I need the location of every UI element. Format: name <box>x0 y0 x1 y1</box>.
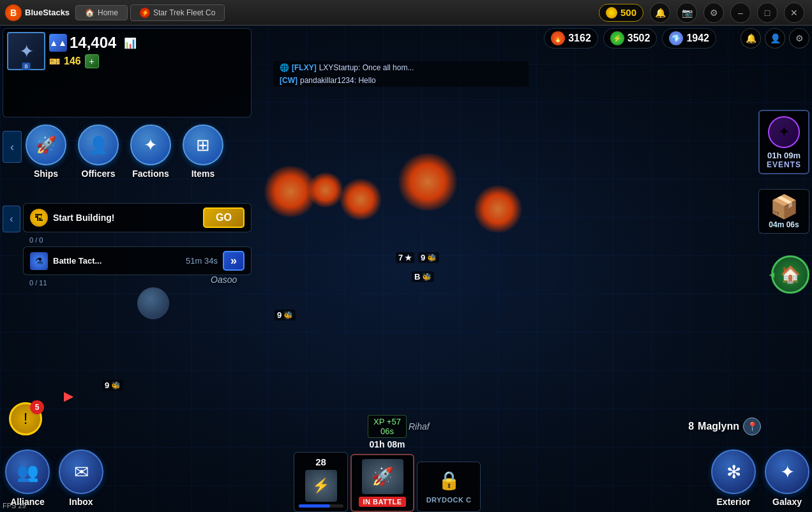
tritanium-resource: ⚡ 3502 <box>603 28 658 49</box>
top-right-icons: 🔔 👤 ⚙ <box>741 28 809 49</box>
settings-icon[interactable]: ⚙ <box>703 3 724 23</box>
inbox-label: Inbox <box>69 497 93 507</box>
officers-icon: 👤 <box>78 124 119 165</box>
in-battle-slot[interactable]: 🚀 IN BATTLE <box>350 454 414 512</box>
ship-count: 28 <box>315 456 326 467</box>
nav-icons: 🚀 Ships 👤 Officers ✦ Factions ⊞ Items <box>26 124 223 179</box>
location-display: 8 Maglynn 📍 <box>688 418 761 435</box>
avatar: ✦ 8 <box>7 32 45 70</box>
coin-icon <box>606 7 617 19</box>
nav-galaxy[interactable]: ✦ Galaxy <box>765 449 809 507</box>
ticket-count: 146 <box>64 56 81 67</box>
events-label: EVENTS <box>767 160 801 169</box>
dilithium-value: 1942 <box>686 33 709 44</box>
items-icon: ⊞ <box>183 124 223 165</box>
coin-value: 500 <box>620 7 636 18</box>
tritanium-icon: ⚡ <box>610 31 624 45</box>
events-box: ✦ 01h 09m EVENTS <box>758 110 809 174</box>
minimize-button[interactable]: – <box>730 3 751 23</box>
battle-area: XP +57 06s 01h 08m 28 ⚡ 🚀 IN BATTLE 🔒 DR… <box>294 415 481 512</box>
home-button[interactable]: ◄ 🏠 <box>771 255 809 294</box>
bell-icon[interactable]: 🔔 <box>650 3 670 23</box>
left-nav-arrow[interactable]: ‹ <box>3 131 22 163</box>
lock-icon: 🔒 <box>438 470 460 491</box>
xp-value: XP +57 <box>373 417 401 426</box>
camera-icon[interactable]: 📷 <box>677 3 697 23</box>
nav-alliance[interactable]: 👥 Alliance <box>5 449 50 507</box>
factions-icon: ✦ <box>130 124 171 165</box>
planet-1 <box>137 287 169 319</box>
power-chart-icon: 📊 <box>124 37 137 49</box>
nav-officers[interactable]: 👤 Officers <box>78 124 119 179</box>
battle-tact-text: Battle Tact... <box>53 256 181 266</box>
notification-icon[interactable]: 🔔 <box>741 28 761 49</box>
home-circle: ◄ 🏠 <box>771 255 809 294</box>
map-badge-4: 9🐝 <box>274 310 296 320</box>
build-progress-2: 0 / 11 <box>23 279 252 287</box>
home-icon: 🏠 <box>85 8 94 17</box>
game-tab-icon: ⚡ <box>140 8 150 18</box>
xp-popup: XP +57 06s <box>368 415 407 438</box>
map-badge-3: B🐝 <box>412 271 434 282</box>
alert-badge: 5 <box>30 400 44 414</box>
avatar-icon: ✦ <box>19 41 34 62</box>
dilithium-icon: 💎 <box>669 31 683 45</box>
maximize-button[interactable]: □ <box>757 3 778 23</box>
events-timer: 01h 09m <box>767 151 801 160</box>
map-badge-2: 9🐝 <box>418 252 439 263</box>
gear-icon[interactable]: ⚙ <box>789 28 809 49</box>
player-level: 8 <box>22 63 30 70</box>
game-tab-label: Star Trek Fleet Co <box>153 8 215 17</box>
supply-crate[interactable]: 📦 04m 06s <box>758 189 809 234</box>
build-panel: ‹ 🏗 Start Building! GO 0 / 0 ⚗ Battle Ta… <box>3 203 252 287</box>
exterior-icon: ✻ <box>711 449 756 494</box>
drydock-slot[interactable]: 🔒 DRYDOCK C <box>417 462 481 512</box>
ships-label: Ships <box>34 169 58 179</box>
player-info: ▲▲ 14,404 📊 🎫 146 + <box>49 34 247 68</box>
alert-button[interactable]: ! 5 <box>9 402 42 435</box>
nav-ships[interactable]: 🚀 Ships <box>26 124 66 179</box>
crate-box: 📦 04m 06s <box>758 189 809 234</box>
build-left-arrow[interactable]: ‹ <box>3 206 20 232</box>
tab-game[interactable]: ⚡ Star Trek Fleet Co <box>130 4 225 21</box>
close-button[interactable]: ✕ <box>784 3 804 23</box>
red-arrow-indicator: ▶ <box>64 388 73 403</box>
plus-button[interactable]: + <box>85 54 99 68</box>
alert-exclamation: ! <box>24 410 28 428</box>
location-pin-icon[interactable]: 📍 <box>743 418 761 435</box>
nav-items[interactable]: ⊞ Items <box>183 124 223 179</box>
xp-time: 06s <box>380 426 394 436</box>
chat-tag-1: [FLXY] <box>292 63 317 72</box>
coin-display: 500 <box>599 4 643 22</box>
rank-row: ▲▲ 14,404 📊 <box>49 34 137 52</box>
nav-inbox[interactable]: ✉ Inbox <box>59 449 103 507</box>
chat-panel: 🌐 [FLXY] LXYStartup: Once all hom... [CW… <box>273 61 529 87</box>
trek-logo: ✦ <box>768 116 800 148</box>
ship-slot-1[interactable]: 28 ⚡ <box>294 452 348 512</box>
nav-factions[interactable]: ✦ Factions <box>130 124 171 179</box>
parasteel-resource: 🔥 3162 <box>544 28 598 49</box>
battle-tact-icon: ⚗ <box>30 252 48 270</box>
location-name: Maglynn <box>698 421 739 432</box>
parasteel-value: 3162 <box>568 33 591 44</box>
nav-exterior[interactable]: ✻ Exterior <box>711 449 756 507</box>
bottom-right-nav: ✻ Exterior ✦ Galaxy <box>711 449 809 507</box>
profile-icon[interactable]: 👤 <box>765 28 785 49</box>
battle-timer: 51m 34s <box>186 256 218 266</box>
events-panel[interactable]: ✦ 01h 09m EVENTS <box>758 110 809 174</box>
globe-icon: 🌐 <box>280 63 289 72</box>
tab-home[interactable]: 🏠 Home <box>75 5 128 20</box>
dilithium-resource: 💎 1942 <box>662 28 716 49</box>
build-row-battle: ⚗ Battle Tact... 51m 34s » <box>23 246 252 275</box>
go-button[interactable]: GO <box>203 207 244 228</box>
battle-duration: 01h 08m <box>369 439 405 449</box>
in-battle-label: IN BATTLE <box>359 497 405 507</box>
tritanium-value: 3502 <box>628 33 650 44</box>
map-badge-5: 9🐝 <box>102 380 123 391</box>
inbox-icon: ✉ <box>59 449 103 494</box>
ship-health-bar <box>299 504 343 508</box>
skip-button[interactable]: » <box>223 251 244 271</box>
parasteel-icon: 🔥 <box>551 31 565 45</box>
home-tab-label: Home <box>98 8 118 17</box>
galaxy-icon: ✦ <box>765 449 809 494</box>
